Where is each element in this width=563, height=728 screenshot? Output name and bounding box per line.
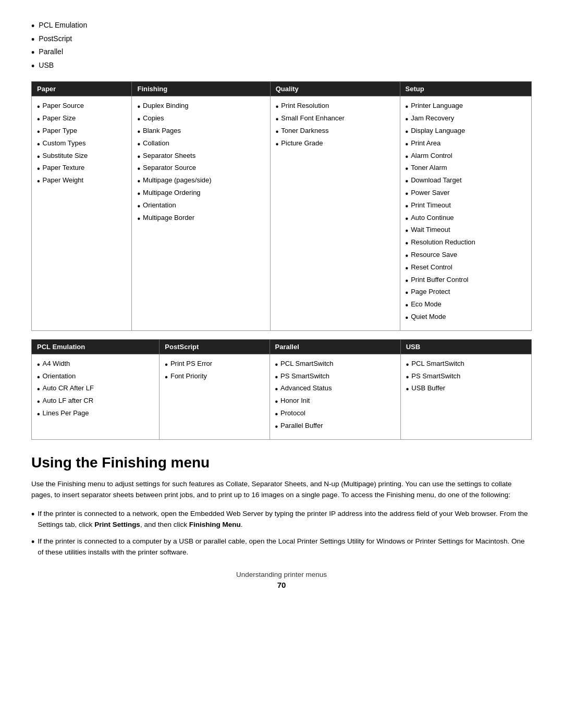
list-item: •A4 Width [37, 360, 154, 371]
list-item: •Multipage (pages/side) [137, 176, 264, 187]
bullet-icon: • [276, 102, 279, 113]
footer-page: 70 [31, 581, 532, 589]
bullet-icon: • [137, 114, 140, 125]
list-item: •Wait Timeout [406, 226, 526, 237]
footer-label: Understanding printer menus [31, 571, 532, 578]
second-menu-table: PCL EmulationPostScriptParallelUSB •A4 W… [31, 339, 532, 440]
bullet-icon: • [406, 288, 409, 299]
intro-bullet: •USB [31, 61, 532, 72]
table-header: Setup [400, 82, 531, 96]
list-item: •Resource Save [406, 251, 526, 262]
bullet-icon: • [137, 201, 140, 212]
list-item: •Blank Pages [137, 127, 264, 138]
bullet-icon: • [37, 176, 40, 187]
list-item: •Print Timeout [406, 201, 526, 212]
list-item: •Font Priority [165, 372, 264, 383]
list-item: •Auto Continue [406, 214, 526, 225]
bullet-icon: • [137, 139, 140, 150]
bullet-icon: • [406, 313, 409, 324]
bullet-icon: • [137, 189, 140, 200]
list-item: •Resolution Reduction [406, 238, 526, 249]
table-header: Parallel [270, 339, 400, 354]
bullet-icon: • [276, 127, 279, 138]
list-item: •Substitute Size [37, 152, 126, 163]
bold-text: Print Settings [94, 521, 140, 528]
bullet-icon: • [406, 226, 409, 237]
bullet-icon: • [406, 214, 409, 225]
list-item: •Print PS Error [165, 360, 264, 371]
bullet-icon: • [37, 114, 40, 125]
list-item: •Eco Mode [406, 300, 526, 311]
bullet-icon: • [406, 276, 409, 287]
list-item: •PS SmartSwitch [406, 372, 526, 383]
table-header: PCL Emulation [32, 339, 160, 354]
intro-bullet: •PostScript [31, 34, 532, 46]
list-item: •Quiet Mode [406, 313, 526, 324]
table-cell-parallel: •PCL SmartSwitch•PS SmartSwitch•Advanced… [270, 354, 400, 439]
bullet-icon: • [37, 397, 40, 408]
list-item: •Copies [137, 114, 264, 125]
list-item: •Print Buffer Control [406, 276, 526, 287]
list-item: •Reset Control [406, 263, 526, 274]
list-item: •Multipage Border [137, 214, 264, 225]
section-bullets: •If the printer is connected to a networ… [31, 508, 532, 558]
bullet-icon: • [137, 164, 140, 175]
list-item: •Paper Source [37, 102, 126, 113]
bullet-icon: • [275, 372, 278, 383]
list-item: •Print Resolution [276, 102, 395, 113]
table-cell-usb: •PCL SmartSwitch•PS SmartSwitch•USB Buff… [400, 354, 531, 439]
bullet-icon: • [406, 300, 409, 311]
list-item: •Protocol [275, 409, 395, 420]
section-bullet: •If the printer is connected to a comput… [31, 536, 532, 558]
table-cell-setup: •Printer Language•Jam Recovery•Display L… [400, 96, 531, 330]
bullet-icon: • [137, 214, 140, 225]
table-cell-paper: •Paper Source•Paper Size•Paper Type•Cust… [32, 96, 132, 330]
list-item: •Lines Per Page [37, 409, 154, 420]
intro-bullet: •Parallel [31, 47, 532, 59]
list-item: •Download Target [406, 176, 526, 187]
list-item: •Separator Sheets [137, 152, 264, 163]
bullet-icon: • [406, 251, 409, 262]
bullet-icon: • [406, 139, 409, 150]
list-item: •Collation [137, 139, 264, 150]
list-item: •Multipage Ordering [137, 189, 264, 200]
bullet-icon: • [276, 114, 279, 125]
bullet-icon: • [406, 102, 409, 113]
bullet-icon: • [31, 21, 34, 32]
list-item: •Separator Source [137, 164, 264, 175]
bullet-icon: • [275, 422, 278, 433]
intro-list: •PCL Emulation•PostScript•Parallel•USB [31, 21, 532, 72]
list-item: •Orientation [137, 201, 264, 212]
table-cell-pcl: •A4 Width•Orientation•Auto CR After LF•A… [32, 354, 160, 439]
bullet-icon: • [406, 152, 409, 163]
list-item: •Power Saver [406, 189, 526, 200]
main-menu-table: PaperFinishingQualitySetup •Paper Source… [31, 81, 532, 330]
bullet-icon: • [165, 372, 168, 383]
bullet-icon: • [37, 152, 40, 163]
bullet-icon: • [406, 238, 409, 249]
bullet-icon: • [37, 372, 40, 383]
list-item: •Parallel Buffer [275, 422, 395, 433]
bullet-icon: • [276, 139, 279, 150]
bullet-icon: • [37, 139, 40, 150]
bullet-icon: • [37, 360, 40, 371]
bullet-icon: • [137, 152, 140, 163]
list-item: •Toner Alarm [406, 164, 526, 175]
intro-bullet: •PCL Emulation [31, 21, 532, 32]
table-header: PostScript [160, 339, 270, 354]
list-item: •Custom Types [37, 139, 126, 150]
bullet-icon: • [137, 102, 140, 113]
list-item: •Paper Weight [37, 176, 126, 187]
list-item: •PCL SmartSwitch [406, 360, 526, 371]
list-item: •Print Area [406, 139, 526, 150]
bullet-icon: • [137, 127, 140, 138]
list-item: •Jam Recovery [406, 114, 526, 125]
list-item: •PS SmartSwitch [275, 372, 395, 383]
list-item: •Paper Type [37, 127, 126, 138]
bullet-icon: • [275, 384, 278, 395]
table-cell-quality: •Print Resolution•Small Font Enhancer•To… [270, 96, 400, 330]
bullet-icon: • [37, 127, 40, 138]
bullet-icon: • [31, 34, 34, 46]
table-cell-finishing: •Duplex Binding•Copies•Blank Pages•Colla… [132, 96, 270, 330]
list-item: •Paper Texture [37, 164, 126, 175]
